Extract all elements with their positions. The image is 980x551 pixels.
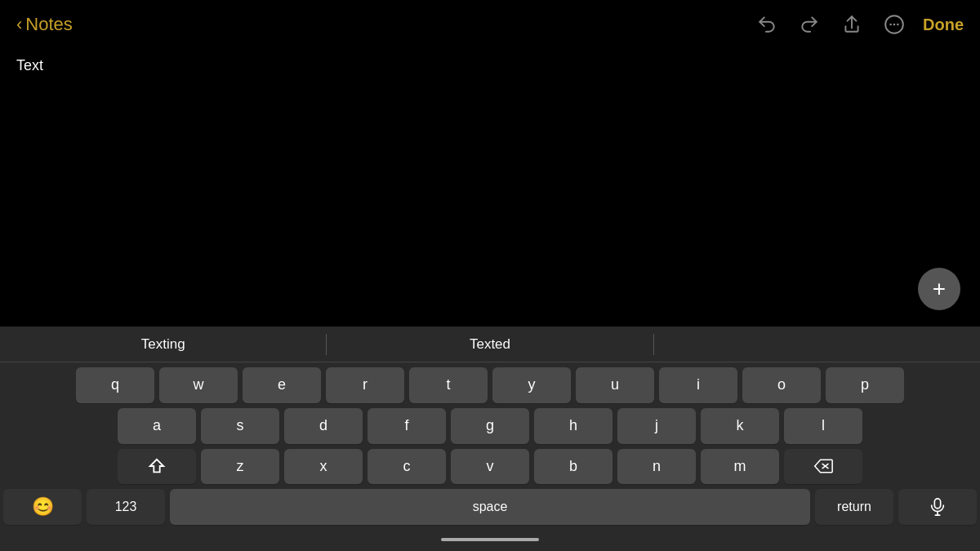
key-p[interactable]: p bbox=[826, 367, 904, 403]
key-return[interactable]: return bbox=[815, 489, 893, 525]
key-l[interactable]: l bbox=[784, 408, 862, 444]
key-a[interactable]: a bbox=[118, 408, 196, 444]
done-button[interactable]: Done bbox=[923, 16, 964, 34]
more-button[interactable] bbox=[880, 11, 908, 38]
key-z[interactable]: z bbox=[201, 449, 279, 485]
svg-point-2 bbox=[893, 24, 896, 26]
keyboard-keys: q w e r t y u i o p a s d f g h j k l bbox=[0, 362, 980, 528]
redo-button[interactable] bbox=[795, 11, 823, 38]
back-chevron-icon: ‹ bbox=[16, 16, 22, 33]
svg-point-1 bbox=[889, 24, 892, 26]
key-row-3: z x c v b n m bbox=[3, 449, 977, 485]
key-r[interactable]: r bbox=[326, 367, 404, 403]
key-h[interactable]: h bbox=[534, 408, 612, 444]
autocomplete-item-empty[interactable] bbox=[654, 327, 980, 362]
top-bar: ‹ Notes bbox=[0, 0, 980, 49]
key-b[interactable]: b bbox=[534, 449, 612, 485]
svg-point-3 bbox=[897, 24, 899, 26]
key-123[interactable]: 123 bbox=[87, 489, 165, 525]
key-g[interactable]: g bbox=[451, 408, 529, 444]
key-o[interactable]: o bbox=[742, 367, 821, 403]
note-text: Text bbox=[16, 57, 964, 74]
back-label: Notes bbox=[25, 14, 72, 35]
key-x[interactable]: x bbox=[284, 449, 363, 485]
key-e[interactable]: e bbox=[243, 367, 321, 403]
key-emoji[interactable]: 😊 bbox=[3, 489, 82, 525]
more-icon bbox=[884, 14, 905, 35]
key-microphone[interactable] bbox=[898, 489, 977, 525]
autocomplete-bar: Texting Texted bbox=[0, 327, 980, 362]
home-indicator-bar bbox=[0, 528, 980, 551]
key-f[interactable]: f bbox=[368, 408, 446, 444]
key-space[interactable]: space bbox=[170, 489, 810, 525]
share-icon bbox=[841, 14, 862, 35]
key-j[interactable]: j bbox=[617, 408, 696, 444]
key-s[interactable]: s bbox=[201, 408, 279, 444]
share-button[interactable] bbox=[838, 11, 866, 38]
key-row-1: q w e r t y u i o p bbox=[3, 367, 977, 403]
key-d[interactable]: d bbox=[284, 408, 363, 444]
keyboard: Texting Texted q w e r t y u i o p a s bbox=[0, 327, 980, 551]
shift-icon bbox=[148, 457, 166, 475]
key-k[interactable]: k bbox=[701, 408, 779, 444]
undo-icon bbox=[756, 14, 777, 35]
key-c[interactable]: c bbox=[368, 449, 446, 485]
key-w[interactable]: w bbox=[159, 367, 238, 403]
undo-button[interactable] bbox=[753, 11, 781, 38]
redo-icon bbox=[799, 14, 820, 35]
autocomplete-item-texted[interactable]: Texted bbox=[327, 327, 653, 362]
delete-icon bbox=[813, 458, 833, 474]
back-button[interactable]: ‹ Notes bbox=[16, 14, 73, 35]
key-y[interactable]: y bbox=[492, 367, 571, 403]
key-i[interactable]: i bbox=[659, 367, 737, 403]
add-button[interactable]: + bbox=[918, 268, 960, 310]
key-delete[interactable] bbox=[784, 449, 862, 485]
toolbar: Done bbox=[753, 11, 964, 38]
key-v[interactable]: v bbox=[451, 449, 529, 485]
microphone-icon bbox=[929, 498, 946, 516]
key-u[interactable]: u bbox=[576, 367, 654, 403]
key-row-2: a s d f g h j k l bbox=[3, 408, 977, 444]
key-q[interactable]: q bbox=[76, 367, 154, 403]
key-row-4: 😊 123 space return bbox=[3, 489, 977, 525]
note-area[interactable]: Text + bbox=[0, 49, 980, 327]
home-indicator bbox=[441, 538, 539, 541]
key-shift[interactable] bbox=[118, 449, 196, 485]
key-m[interactable]: m bbox=[701, 449, 779, 485]
key-t[interactable]: t bbox=[409, 367, 488, 403]
autocomplete-item-texting[interactable]: Texting bbox=[0, 327, 326, 362]
key-n[interactable]: n bbox=[617, 449, 696, 485]
svg-rect-6 bbox=[934, 499, 940, 509]
